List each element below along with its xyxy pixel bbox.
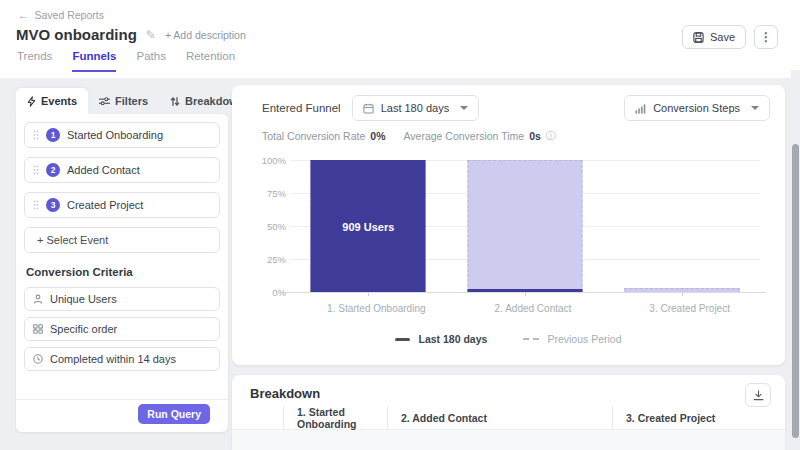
sliders-icon: [99, 96, 110, 106]
avg-conversion-time-value: 0s: [529, 130, 541, 142]
criteria-label: Specific order: [50, 323, 117, 335]
bar-group[interactable]: [447, 160, 604, 292]
event-row-2[interactable]: 2 Added Contact: [24, 157, 220, 183]
panel-tab-label: Filters: [115, 95, 148, 107]
y-tick-label: 50%: [267, 221, 286, 232]
tab-retention[interactable]: Retention: [186, 50, 235, 72]
step-number-badge: 2: [46, 163, 60, 177]
download-icon: [753, 390, 764, 401]
drag-handle-icon[interactable]: [33, 200, 39, 210]
bar-chart-icon: [635, 103, 646, 114]
breakdown-title: Breakdown: [250, 386, 320, 401]
more-options-button[interactable]: ⋮: [754, 25, 778, 49]
header-actions: Save ⋮: [682, 25, 778, 49]
drag-handle-icon[interactable]: [33, 165, 39, 175]
query-panel-footer: Run Query: [16, 399, 228, 432]
x-tick: [368, 292, 369, 296]
add-description-button[interactable]: + Add description: [165, 29, 246, 41]
scrollbar-thumb[interactable]: [792, 144, 799, 438]
download-button[interactable]: [745, 383, 771, 407]
select-event-button[interactable]: + Select Event: [24, 227, 220, 253]
breakdown-col-header: 1. Started Onboarding: [283, 406, 387, 430]
breakdown-card: Breakdown 1. Started Onboarding 2. Added…: [232, 375, 785, 450]
y-tick-label: 25%: [267, 254, 286, 265]
x-category-label: 2. Added Contact: [447, 303, 620, 314]
x-tick: [682, 292, 683, 296]
drag-handle-icon[interactable]: [33, 130, 39, 140]
chevron-down-icon: [751, 106, 759, 110]
conversion-criteria-heading: Conversion Criteria: [26, 266, 218, 278]
query-builder-panel: 1 Started Onboarding 2 Added Contact: [16, 114, 228, 432]
report-tabs: Trends Funnels Paths Retention: [17, 50, 235, 72]
criteria-specific-order[interactable]: Specific order: [24, 317, 220, 341]
breakdown-header-row: 1. Started Onboarding 2. Added Contact 3…: [232, 406, 785, 430]
clock-icon: [33, 354, 43, 364]
criteria-label: Completed within 14 days: [50, 353, 176, 365]
run-query-button[interactable]: Run Query: [138, 404, 210, 424]
breakdown-col-header: 3. Created Project: [612, 406, 785, 430]
step-number-badge: 1: [46, 128, 60, 142]
panel-tab-events[interactable]: Events: [16, 88, 88, 114]
solid-line-icon: [395, 338, 410, 341]
y-tick-label: 0%: [272, 287, 286, 298]
entered-funnel-label: Entered Funnel: [262, 102, 341, 114]
y-tick-label: 75%: [267, 188, 286, 199]
funnel-stats-row: Total Conversion Rate 0% Average Convers…: [262, 129, 556, 143]
bar-group[interactable]: [603, 160, 760, 292]
event-label: Created Project: [67, 199, 143, 211]
tab-funnels[interactable]: Funnels: [72, 50, 116, 72]
edit-pencil-icon[interactable]: ✎: [146, 28, 156, 42]
event-row-1[interactable]: 1 Started Onboarding: [24, 122, 220, 148]
x-axis-line: [282, 292, 766, 293]
x-category-label: 3. Created Project: [603, 303, 776, 314]
legend-label: Previous Period: [547, 333, 621, 345]
x-tick: [525, 292, 526, 296]
panel-tab-filters[interactable]: Filters: [88, 88, 159, 114]
report-title: MVO onboarding: [16, 26, 137, 43]
total-conversion-rate-label: Total Conversion Rate: [262, 130, 365, 142]
funnel-bar-unconverted[interactable]: [467, 160, 582, 292]
app-header: ← Saved Reports MVO onboarding ✎ + Add d…: [0, 0, 800, 78]
y-tick-label: 100%: [262, 155, 286, 166]
breakdown-col-header: [232, 406, 283, 430]
criteria-label: Unique Users: [50, 293, 117, 305]
query-panel-tabs: Events Filters Breakdown: [16, 88, 255, 114]
funnel-chart-card: Entered Funnel Last 180 days: [232, 85, 785, 365]
breakdown-row-partial: [232, 430, 785, 450]
user-icon: [33, 294, 43, 304]
breakdown-col-header: 2. Added Contact: [387, 406, 612, 430]
funnel-plot: 909 Users: [290, 160, 760, 292]
chevron-down-icon: [460, 106, 468, 110]
dashed-line-icon: [523, 338, 539, 340]
select-event-label: + Select Event: [37, 234, 108, 246]
step-number-badge: 3: [46, 198, 60, 212]
grid-icon: [33, 324, 43, 334]
total-conversion-rate-value: 0%: [370, 130, 385, 142]
bar-value-label: 909 Users: [290, 221, 447, 233]
breakdown-table: 1. Started Onboarding 2. Added Contact 3…: [232, 406, 785, 450]
arrow-left-icon: ←: [18, 9, 29, 21]
save-button[interactable]: Save: [682, 25, 746, 49]
tab-trends[interactable]: Trends: [17, 50, 52, 72]
back-link[interactable]: ← Saved Reports: [18, 9, 104, 21]
date-range-dropdown[interactable]: Last 180 days: [352, 95, 480, 121]
chart-legend: Last 180 days Previous Period: [232, 333, 785, 345]
funnel-bar-converted[interactable]: [467, 289, 582, 292]
bar-group[interactable]: 909 Users: [290, 160, 447, 292]
calendar-icon: [363, 103, 374, 114]
criteria-unique-users[interactable]: Unique Users: [24, 287, 220, 311]
event-row-3[interactable]: 3 Created Project: [24, 192, 220, 218]
legend-label: Last 180 days: [418, 333, 487, 345]
x-category-label: 1. Started Onboarding: [290, 303, 463, 314]
view-selector-dropdown[interactable]: Conversion Steps: [624, 95, 770, 121]
legend-current-period[interactable]: Last 180 days: [395, 333, 487, 345]
zap-icon: [27, 96, 36, 107]
legend-previous-period[interactable]: Previous Period: [523, 333, 621, 345]
tab-paths[interactable]: Paths: [136, 50, 165, 72]
date-range-value: Last 180 days: [381, 102, 450, 114]
event-label: Added Contact: [67, 164, 140, 176]
criteria-completed-within[interactable]: Completed within 14 days: [24, 347, 220, 371]
scrollbar-track[interactable]: [791, 70, 800, 450]
panel-tab-label: Events: [41, 95, 77, 107]
info-icon[interactable]: ⓘ: [546, 129, 556, 143]
